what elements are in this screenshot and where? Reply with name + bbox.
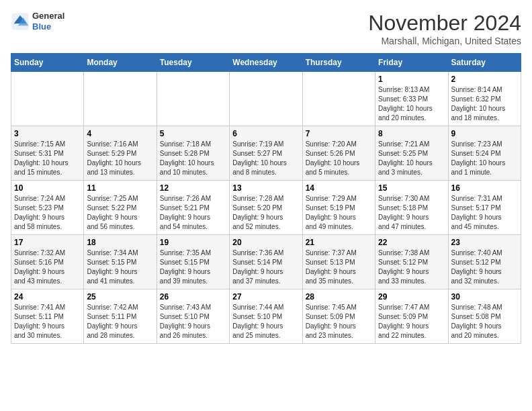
day-info: Sunrise: 7:32 AM Sunset: 5:16 PM Dayligh…	[14, 248, 81, 286]
day-number: 28	[306, 292, 372, 302]
day-info: Sunrise: 7:15 AM Sunset: 5:31 PM Dayligh…	[14, 140, 81, 177]
page-header: General Blue November 2024 Marshall, Mic…	[11, 11, 521, 46]
day-number: 26	[160, 292, 226, 302]
day-info: Sunrise: 7:28 AM Sunset: 5:20 PM Dayligh…	[232, 194, 299, 232]
calendar-cell: 24Sunrise: 7:41 AM Sunset: 5:11 PM Dayli…	[11, 289, 84, 344]
calendar-cell: 20Sunrise: 7:36 AM Sunset: 5:14 PM Dayli…	[230, 235, 302, 289]
day-info: Sunrise: 7:47 AM Sunset: 5:09 PM Dayligh…	[378, 303, 445, 340]
calendar-header-row: SundayMondayTuesdayWednesdayThursdayFrid…	[11, 54, 521, 72]
day-info: Sunrise: 7:26 AM Sunset: 5:21 PM Dayligh…	[160, 194, 226, 232]
calendar-cell	[157, 72, 229, 126]
calendar-cell: 14Sunrise: 7:29 AM Sunset: 5:19 PM Dayli…	[302, 181, 375, 235]
day-number: 19	[160, 238, 226, 247]
calendar-week-1: 1Sunrise: 8:13 AM Sunset: 6:33 PM Daylig…	[11, 72, 521, 126]
col-header-friday: Friday	[375, 54, 448, 72]
day-info: Sunrise: 7:35 AM Sunset: 5:15 PM Dayligh…	[160, 248, 226, 286]
day-number: 9	[451, 129, 518, 138]
day-info: Sunrise: 7:19 AM Sunset: 5:27 PM Dayligh…	[232, 140, 299, 177]
day-number: 6	[232, 129, 299, 138]
calendar-cell: 17Sunrise: 7:32 AM Sunset: 5:16 PM Dayli…	[11, 235, 84, 289]
day-number: 16	[451, 183, 518, 193]
calendar-cell: 9Sunrise: 7:23 AM Sunset: 5:24 PM Daylig…	[448, 126, 521, 181]
calendar-cell: 3Sunrise: 7:15 AM Sunset: 5:31 PM Daylig…	[11, 126, 84, 181]
calendar-cell: 23Sunrise: 7:40 AM Sunset: 5:12 PM Dayli…	[448, 235, 521, 289]
day-number: 8	[378, 129, 445, 138]
calendar-cell: 2Sunrise: 8:14 AM Sunset: 6:32 PM Daylig…	[448, 72, 521, 126]
calendar-cell: 16Sunrise: 7:31 AM Sunset: 5:17 PM Dayli…	[448, 181, 521, 235]
title-block: November 2024 Marshall, Michigan, United…	[368, 11, 521, 46]
day-number: 22	[378, 238, 445, 247]
day-number: 7	[306, 129, 372, 138]
calendar-cell: 22Sunrise: 7:38 AM Sunset: 5:12 PM Dayli…	[375, 235, 448, 289]
day-number: 30	[451, 292, 518, 302]
calendar-cell: 4Sunrise: 7:16 AM Sunset: 5:29 PM Daylig…	[84, 126, 157, 181]
day-info: Sunrise: 7:31 AM Sunset: 5:17 PM Dayligh…	[451, 194, 518, 232]
day-info: Sunrise: 7:23 AM Sunset: 5:24 PM Dayligh…	[451, 140, 518, 177]
calendar-cell: 7Sunrise: 7:20 AM Sunset: 5:26 PM Daylig…	[302, 126, 375, 181]
day-number: 17	[14, 238, 81, 247]
calendar-cell: 12Sunrise: 7:26 AM Sunset: 5:21 PM Dayli…	[157, 181, 229, 235]
calendar-cell: 8Sunrise: 7:21 AM Sunset: 5:25 PM Daylig…	[375, 126, 448, 181]
calendar-cell	[302, 72, 375, 126]
col-header-monday: Monday	[84, 54, 157, 72]
day-info: Sunrise: 7:43 AM Sunset: 5:10 PM Dayligh…	[160, 303, 226, 340]
col-header-wednesday: Wednesday	[230, 54, 302, 72]
calendar-week-5: 24Sunrise: 7:41 AM Sunset: 5:11 PM Dayli…	[11, 289, 521, 344]
calendar-cell: 13Sunrise: 7:28 AM Sunset: 5:20 PM Dayli…	[230, 181, 302, 235]
day-number: 23	[451, 238, 518, 247]
calendar-cell: 27Sunrise: 7:44 AM Sunset: 5:10 PM Dayli…	[230, 289, 302, 344]
calendar-cell: 21Sunrise: 7:37 AM Sunset: 5:13 PM Dayli…	[302, 235, 375, 289]
logo-blue: Blue	[32, 21, 64, 32]
day-number: 24	[14, 292, 81, 302]
calendar-cell: 29Sunrise: 7:47 AM Sunset: 5:09 PM Dayli…	[375, 289, 448, 344]
day-number: 27	[232, 292, 299, 302]
day-number: 14	[306, 183, 372, 193]
logo: General Blue	[11, 11, 64, 32]
day-info: Sunrise: 7:42 AM Sunset: 5:11 PM Dayligh…	[87, 303, 153, 340]
calendar-cell: 11Sunrise: 7:25 AM Sunset: 5:22 PM Dayli…	[84, 181, 157, 235]
day-info: Sunrise: 7:40 AM Sunset: 5:12 PM Dayligh…	[451, 248, 518, 286]
logo-text: General Blue	[32, 11, 64, 32]
day-number: 10	[14, 183, 81, 193]
day-number: 3	[14, 129, 81, 138]
day-info: Sunrise: 7:44 AM Sunset: 5:10 PM Dayligh…	[232, 303, 299, 340]
day-number: 1	[378, 75, 445, 84]
day-number: 20	[232, 238, 299, 247]
calendar-cell: 19Sunrise: 7:35 AM Sunset: 5:15 PM Dayli…	[157, 235, 229, 289]
month-title: November 2024	[368, 11, 521, 36]
day-info: Sunrise: 7:38 AM Sunset: 5:12 PM Dayligh…	[378, 248, 445, 286]
calendar-cell: 25Sunrise: 7:42 AM Sunset: 5:11 PM Dayli…	[84, 289, 157, 344]
col-header-sunday: Sunday	[11, 54, 84, 72]
day-number: 18	[87, 238, 153, 247]
day-info: Sunrise: 8:14 AM Sunset: 6:32 PM Dayligh…	[451, 85, 518, 123]
day-info: Sunrise: 7:20 AM Sunset: 5:26 PM Dayligh…	[306, 140, 372, 177]
col-header-saturday: Saturday	[448, 54, 521, 72]
calendar-cell: 28Sunrise: 7:45 AM Sunset: 5:09 PM Dayli…	[302, 289, 375, 344]
day-info: Sunrise: 7:36 AM Sunset: 5:14 PM Dayligh…	[232, 248, 299, 286]
logo-general: General	[32, 11, 64, 21]
day-info: Sunrise: 7:25 AM Sunset: 5:22 PM Dayligh…	[87, 194, 153, 232]
calendar-cell: 26Sunrise: 7:43 AM Sunset: 5:10 PM Dayli…	[157, 289, 229, 344]
day-number: 4	[87, 129, 153, 138]
day-number: 29	[378, 292, 445, 302]
calendar-cell	[230, 72, 302, 126]
day-number: 15	[378, 183, 445, 193]
col-header-thursday: Thursday	[302, 54, 375, 72]
col-header-tuesday: Tuesday	[157, 54, 229, 72]
calendar-week-4: 17Sunrise: 7:32 AM Sunset: 5:16 PM Dayli…	[11, 235, 521, 289]
day-info: Sunrise: 7:21 AM Sunset: 5:25 PM Dayligh…	[378, 140, 445, 177]
location: Marshall, Michigan, United States	[368, 36, 521, 46]
day-info: Sunrise: 8:13 AM Sunset: 6:33 PM Dayligh…	[378, 85, 445, 123]
calendar-cell: 6Sunrise: 7:19 AM Sunset: 5:27 PM Daylig…	[230, 126, 302, 181]
day-info: Sunrise: 7:41 AM Sunset: 5:11 PM Dayligh…	[14, 303, 81, 340]
calendar-cell	[11, 72, 84, 126]
day-info: Sunrise: 7:24 AM Sunset: 5:23 PM Dayligh…	[14, 194, 81, 232]
day-number: 13	[232, 183, 299, 193]
day-number: 11	[87, 183, 153, 193]
day-number: 5	[160, 129, 226, 138]
calendar-week-2: 3Sunrise: 7:15 AM Sunset: 5:31 PM Daylig…	[11, 126, 521, 181]
day-info: Sunrise: 7:37 AM Sunset: 5:13 PM Dayligh…	[306, 248, 372, 286]
day-number: 2	[451, 75, 518, 84]
day-info: Sunrise: 7:30 AM Sunset: 5:18 PM Dayligh…	[378, 194, 445, 232]
day-info: Sunrise: 7:18 AM Sunset: 5:28 PM Dayligh…	[160, 140, 226, 177]
